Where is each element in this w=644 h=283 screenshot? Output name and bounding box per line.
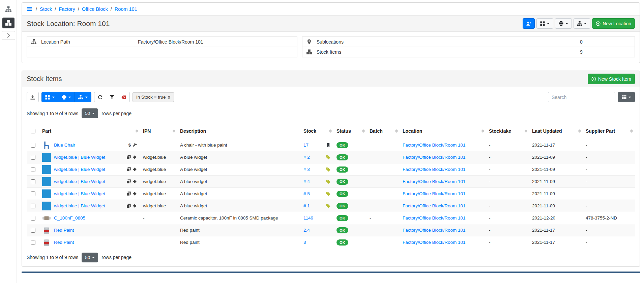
row-checkbox[interactable]	[31, 204, 35, 208]
stock-barcode-actions-button[interactable]	[41, 92, 58, 102]
column-header[interactable]: Stock	[301, 123, 334, 139]
location-link[interactable]: Factory/Office Block/Room 101	[403, 155, 466, 160]
location-link[interactable]: Factory/Office Block/Room 101	[403, 240, 466, 245]
part-link[interactable]: widget.blue | Blue Widget	[54, 155, 105, 160]
location-link[interactable]: Factory/Office Block/Room 101	[403, 203, 466, 208]
location-link[interactable]: Factory/Office Block/Room 101	[403, 191, 466, 196]
wrench-icon	[133, 143, 137, 147]
part-link[interactable]: Blue Chair	[54, 143, 75, 148]
part-link[interactable]: C_100nF_0805	[54, 215, 85, 221]
location-link[interactable]: Factory/Office Block/Room 101	[403, 143, 466, 148]
menu-toggle-button[interactable]	[27, 6, 32, 12]
description-cell: A blue widget	[177, 200, 301, 212]
stock-quantity-link[interactable]: 1149	[303, 215, 313, 221]
stock-quantity-link[interactable]: 2.4	[303, 228, 310, 233]
sort-icon[interactable]	[525, 129, 527, 133]
column-header[interactable]: Last Updated	[529, 123, 583, 139]
location-link[interactable]: Factory/Office Block/Room 101	[403, 167, 466, 172]
location-stats-panel: Sublocations 0 Stock Items 9	[302, 36, 635, 57]
sort-icon[interactable]	[630, 129, 633, 133]
breadcrumb-link[interactable]: Factory	[59, 6, 75, 12]
page-size-select[interactable]: 50	[82, 108, 98, 118]
select-all-checkbox[interactable]	[31, 129, 35, 133]
stock-flag	[326, 191, 331, 196]
table-row: widget.blue | Blue Widget widget.blue A …	[27, 200, 635, 212]
location-options-button[interactable]	[574, 18, 590, 29]
stock-quantity-link[interactable]: # 1	[303, 203, 310, 208]
stock-quantity-link[interactable]: # 3	[303, 167, 310, 172]
showing-text: Showing 1 to 9 of 9 rows	[27, 255, 78, 260]
filter-button[interactable]	[106, 92, 118, 102]
sort-icon[interactable]	[578, 129, 581, 133]
stock-quantity-link[interactable]: 17	[303, 143, 309, 148]
column-header[interactable]: Batch	[367, 123, 400, 139]
column-header[interactable]: Part	[39, 123, 140, 139]
search-input[interactable]	[548, 92, 615, 102]
dollar-icon: $	[128, 143, 131, 148]
columns-dropdown-button[interactable]	[618, 92, 635, 102]
sidebar-expand-button[interactable]	[2, 31, 15, 40]
part-link[interactable]: Red Paint	[54, 228, 74, 233]
status-badge: OK	[336, 154, 348, 160]
print-actions-button[interactable]	[555, 18, 572, 29]
filter-chip-remove[interactable]: x	[168, 95, 170, 100]
row-checkbox[interactable]	[31, 143, 35, 148]
sidebar-part-tree-button[interactable]	[2, 4, 14, 15]
sort-icon[interactable]	[329, 129, 332, 133]
row-checkbox[interactable]	[31, 179, 35, 184]
stock-print-actions-button[interactable]	[58, 92, 75, 102]
sort-icon[interactable]	[136, 129, 138, 133]
location-link[interactable]: Factory/Office Block/Room 101	[403, 179, 466, 184]
admin-button[interactable]	[523, 18, 535, 29]
clear-filters-button[interactable]	[118, 92, 130, 102]
stock-move-actions-button[interactable]	[75, 92, 91, 102]
refresh-button[interactable]	[94, 92, 106, 102]
column-header[interactable]: Description	[177, 123, 301, 139]
sort-icon[interactable]	[395, 129, 398, 133]
row-checkbox[interactable]	[31, 167, 35, 172]
stock-flag	[326, 155, 331, 160]
part-link[interactable]: widget.blue | Blue Widget	[54, 167, 105, 172]
breadcrumb-link[interactable]: Stock	[40, 6, 52, 12]
page-size-select[interactable]: 50	[82, 253, 98, 262]
filter-chip[interactable]: In Stock = true x	[133, 92, 174, 102]
part-link[interactable]: widget.blue | Blue Widget	[54, 179, 105, 184]
column-header[interactable]: IPN	[140, 123, 177, 139]
breadcrumb-link[interactable]: Office Block	[82, 6, 108, 12]
sort-icon[interactable]	[173, 129, 175, 133]
stock-flag	[326, 143, 331, 148]
part-link[interactable]: Red Paint	[54, 240, 74, 245]
stock-quantity-link[interactable]: # 4	[303, 179, 310, 184]
part-link[interactable]: widget.blue | Blue Widget	[54, 203, 105, 208]
column-header[interactable]: Supplier Part	[583, 123, 635, 139]
row-checkbox[interactable]	[31, 228, 35, 233]
supplier-part-cell[interactable]: 478-3755-2-ND	[583, 212, 635, 224]
sort-icon[interactable]	[362, 129, 365, 133]
description-cell: A blue widget	[177, 188, 301, 200]
barcode-actions-button[interactable]	[536, 18, 553, 29]
supplier-part-cell: -	[583, 200, 635, 212]
stock-quantity-link[interactable]: 3	[303, 240, 306, 245]
export-button[interactable]	[27, 92, 39, 102]
stock-quantity-link[interactable]: # 5	[303, 191, 310, 196]
column-header[interactable]: Status	[334, 123, 367, 139]
caret-down-icon	[92, 113, 95, 114]
row-checkbox[interactable]	[31, 191, 35, 196]
row-checkbox[interactable]	[31, 155, 35, 160]
ipn-cell: widget.blue	[140, 163, 177, 176]
new-stock-item-button[interactable]: New Stock Item	[588, 74, 635, 84]
breadcrumb-link[interactable]: Room 101	[115, 6, 137, 12]
column-header[interactable]: Stocktake	[486, 123, 529, 139]
stock-quantity-link[interactable]: # 2	[303, 155, 310, 160]
column-header[interactable]: Location	[400, 123, 486, 139]
status-badge: OK	[336, 166, 348, 173]
part-link[interactable]: widget.blue | Blue Widget	[54, 191, 105, 196]
sidebar-stock-locations-button[interactable]	[2, 18, 14, 28]
new-location-button[interactable]: New Location	[592, 18, 635, 29]
location-link[interactable]: Factory/Office Block/Room 101	[403, 228, 466, 233]
pagination-top: Showing 1 to 9 of 9 rows 50 rows per pag…	[22, 104, 640, 122]
location-link[interactable]: Factory/Office Block/Room 101	[403, 215, 466, 221]
row-checkbox[interactable]	[31, 216, 35, 221]
sort-icon[interactable]	[481, 129, 484, 133]
row-checkbox[interactable]	[31, 240, 35, 245]
